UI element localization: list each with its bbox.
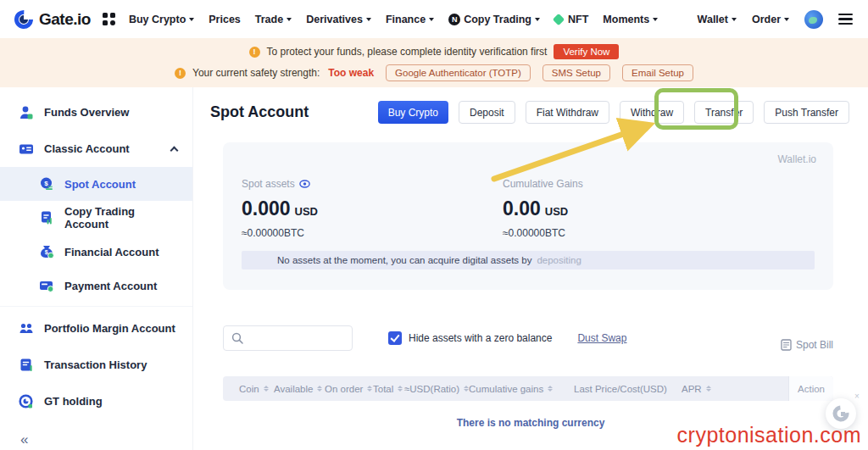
nav-label: Buy Crypto bbox=[129, 14, 186, 25]
eye-icon[interactable] bbox=[299, 180, 310, 188]
email-setup-button[interactable]: Email Setup bbox=[622, 64, 693, 81]
gem-icon bbox=[553, 13, 565, 25]
nav-moments[interactable]: Moments bbox=[603, 14, 658, 25]
nav-label: Trade bbox=[255, 14, 283, 25]
gate-logo[interactable]: Gate.io bbox=[14, 9, 91, 30]
warning-banner: ! To protect your funds, please complete… bbox=[0, 38, 868, 87]
dust-swap-link[interactable]: Dust Swap bbox=[577, 332, 626, 344]
buy-crypto-button[interactable]: Buy Crypto bbox=[378, 101, 448, 124]
person-icon bbox=[19, 105, 34, 120]
sidebar-item-label: Payment Account bbox=[64, 280, 157, 292]
checkbox-checked-icon[interactable] bbox=[388, 331, 402, 345]
nav-copy-trading[interactable]: NCopy Trading bbox=[448, 14, 540, 25]
apps-grid-icon[interactable] bbox=[103, 13, 115, 25]
sort-icon bbox=[367, 386, 372, 392]
verify-now-button[interactable]: Verify Now bbox=[554, 44, 619, 59]
google-authenticator-button[interactable]: Google Authenticator (TOTP) bbox=[386, 64, 531, 81]
nav-label: Finance bbox=[386, 14, 426, 25]
search-icon bbox=[231, 332, 243, 344]
spot-bill-link[interactable]: Spot Bill bbox=[781, 339, 833, 351]
svg-text:$: $ bbox=[45, 249, 48, 256]
column-available[interactable]: Available bbox=[274, 376, 322, 401]
sidebar-item-label: Financial Account bbox=[64, 246, 159, 258]
column-apr[interactable]: APR bbox=[682, 376, 711, 401]
transfer-button[interactable]: Transfer bbox=[694, 101, 754, 124]
chevron-down-icon bbox=[732, 18, 737, 21]
order-label: Order bbox=[752, 14, 781, 25]
nav-nft[interactable]: NFT bbox=[554, 14, 588, 25]
sidebar-item-copy-trading-account[interactable]: Copy Trading Account bbox=[0, 201, 192, 235]
nav-label: Prices bbox=[209, 14, 241, 25]
column-cumulative-gains[interactable]: Cumulative gains bbox=[469, 376, 553, 401]
sidebar-collapse-button[interactable]: « bbox=[20, 431, 192, 448]
assets-summary-card: Wallet.io Spot assets 0.000USD ≈0.00000B… bbox=[223, 142, 833, 290]
chevron-down-icon bbox=[429, 18, 434, 21]
brand-name: Gate.io bbox=[39, 10, 91, 29]
chevron-down-icon bbox=[535, 18, 540, 21]
push-transfer-button[interactable]: Push Transfer bbox=[764, 101, 849, 124]
withdraw-button[interactable]: Withdraw bbox=[620, 101, 684, 124]
close-icon[interactable]: × bbox=[854, 392, 860, 401]
nav-label: Moments bbox=[603, 14, 649, 25]
wallet-io-label: Wallet.io bbox=[777, 153, 816, 165]
sidebar-item-spot-account[interactable]: $ Spot Account bbox=[0, 167, 192, 201]
sidebar-item-funds-overview[interactable]: Funds Overview bbox=[0, 94, 192, 131]
chevron-up-icon bbox=[170, 146, 179, 154]
depositing-link[interactable]: depositing bbox=[537, 255, 581, 265]
nav-trade[interactable]: Trade bbox=[255, 14, 292, 25]
column-usd-ratio[interactable]: ≈USD(Ratio) bbox=[404, 376, 469, 401]
gate-logo-icon bbox=[14, 9, 34, 30]
warning-icon: ! bbox=[175, 68, 186, 79]
search-box[interactable] bbox=[223, 325, 353, 351]
column-last-price-cost[interactable]: Last Price/Cost(USD) bbox=[574, 376, 667, 401]
wallet-menu[interactable]: Wallet bbox=[698, 14, 737, 25]
sms-setup-button[interactable]: SMS Setup bbox=[542, 64, 610, 81]
hamburger-menu-icon[interactable] bbox=[838, 14, 853, 25]
money-bag-icon: $ bbox=[39, 244, 54, 259]
column-total[interactable]: Total bbox=[373, 376, 403, 401]
search-input[interactable] bbox=[248, 332, 342, 344]
page-title: Spot Account bbox=[210, 103, 309, 121]
sidebar-item-portfolio-margin[interactable]: Portfolio Margin Account bbox=[0, 310, 192, 347]
no-assets-text: No assets at the moment, you can acquire… bbox=[277, 255, 531, 265]
sidebar-item-gt-holding[interactable]: GT holding bbox=[0, 383, 192, 419]
spot-assets-btc-equivalent: ≈0.00000BTC bbox=[242, 227, 503, 239]
sort-icon bbox=[264, 386, 269, 392]
cumulative-gains-block: Cumulative Gains 0.00USD ≈0.00000BTC bbox=[503, 178, 583, 239]
top-navigation: Gate.io Buy Crypto Prices Trade Derivati… bbox=[0, 0, 868, 38]
hide-zero-balance-label: Hide assets with a zero balance bbox=[409, 332, 552, 344]
sidebar-item-label: Funds Overview bbox=[44, 106, 129, 119]
safety-warning-row: ! Your current safety strength: Too weak… bbox=[175, 64, 693, 81]
nav-finance[interactable]: Finance bbox=[386, 14, 434, 25]
people-icon bbox=[19, 321, 34, 336]
safety-warning-text: Your current safety strength: bbox=[192, 67, 320, 79]
gate-assistant-widget[interactable] bbox=[826, 398, 856, 429]
sidebar-item-label: Spot Account bbox=[64, 178, 136, 191]
medal-icon: N bbox=[448, 14, 460, 25]
asset-toolbar: Hide assets with a zero balance Dust Swa… bbox=[223, 325, 833, 351]
sidebar-item-transaction-history[interactable]: Transaction History bbox=[0, 347, 192, 383]
order-menu[interactable]: Order bbox=[752, 14, 789, 25]
nav-prices[interactable]: Prices bbox=[209, 14, 241, 25]
column-coin[interactable]: Coin bbox=[239, 376, 269, 401]
chevron-down-icon bbox=[189, 18, 194, 21]
chevron-down-icon bbox=[287, 18, 292, 21]
hide-zero-balance-toggle[interactable]: Hide assets with a zero balance bbox=[388, 331, 552, 345]
coin-icon: $ bbox=[39, 176, 54, 192]
sidebar-item-payment-account[interactable]: Payment Account bbox=[0, 269, 192, 303]
cumulative-gains-btc-equivalent: ≈0.00000BTC bbox=[503, 227, 583, 239]
document-icon bbox=[781, 339, 792, 351]
sidebar-item-financial-account[interactable]: $ Financial Account bbox=[0, 235, 192, 269]
deposit-button[interactable]: Deposit bbox=[459, 101, 515, 124]
sidebar-item-classic-account[interactable]: Classic Account bbox=[0, 131, 192, 167]
cumulative-gains-value: 0.00 bbox=[503, 197, 541, 219]
column-on-order[interactable]: On order bbox=[325, 376, 372, 401]
nav-derivatives[interactable]: Derivatives bbox=[306, 14, 371, 25]
nav-label: NFT bbox=[568, 14, 588, 25]
avatar[interactable] bbox=[804, 10, 823, 29]
spot-assets-currency: USD bbox=[295, 205, 318, 218]
nav-buy-crypto[interactable]: Buy Crypto bbox=[129, 14, 194, 25]
fiat-withdraw-button[interactable]: Fiat Withdraw bbox=[526, 101, 609, 124]
account-actions: Buy Crypto Deposit Fiat Withdraw Withdra… bbox=[378, 101, 849, 124]
primary-nav: Buy Crypto Prices Trade Derivatives Fina… bbox=[129, 14, 658, 25]
